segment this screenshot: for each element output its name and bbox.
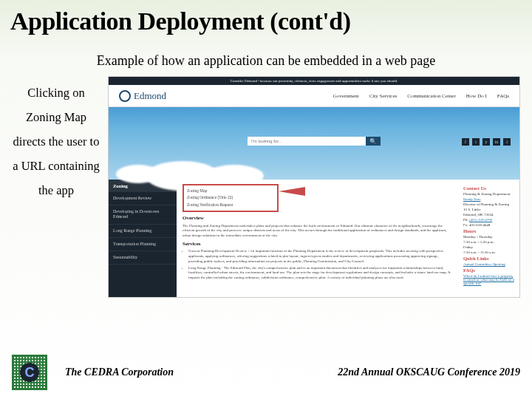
contact-dept: Planning & Zoning Department	[463, 192, 515, 196]
quick-link[interactable]: Annual Committee Opening	[463, 262, 505, 266]
sidebar-item[interactable]: Long Range Planning	[109, 225, 177, 238]
callout-arrow-icon	[279, 187, 305, 196]
sidebar-item[interactable]: Development Review	[109, 192, 177, 205]
contact-fax: 405-359-4648	[469, 223, 490, 227]
section-overview-heading: Overview	[183, 215, 453, 222]
dropdown-item-zoning-map[interactable]: Zoning Map	[187, 188, 274, 194]
site-banner: Consider Edmond - because our proximity,…	[109, 77, 519, 85]
faq-link[interactable]: When do I submit how a property is zoned…	[463, 274, 514, 285]
site-logo: Edmond	[119, 90, 166, 102]
zoning-dropdown: Zoning Map Zoning Ordinance (Title 22) Z…	[183, 184, 279, 212]
sidebar-item[interactable]: Sustainability	[109, 251, 177, 265]
hero-image: 🔍 f t y in i	[109, 107, 519, 180]
side-annotation: Clicking on Zoning Map directs the user …	[12, 76, 100, 298]
facebook-icon[interactable]: f	[462, 138, 469, 146]
nav-item[interactable]: FAQs	[497, 93, 509, 99]
service-item: Long Range Planning - The Edmond Plan, t…	[188, 266, 453, 281]
site-navbar: Edmond Government City Services Communic…	[109, 85, 519, 107]
section-services-heading: Services	[183, 241, 453, 248]
contact-sidebar: Contact Us Planning & Zoning Department …	[459, 180, 519, 298]
nav-item[interactable]: How Do I	[466, 93, 487, 99]
slide-title: Application Deployment (cont'd)	[0, 0, 532, 35]
slide-subtitle: Example of how an application can be emb…	[0, 35, 532, 76]
instagram-icon[interactable]: i	[503, 138, 511, 146]
footer-company: The CEDRA Corporation	[65, 366, 174, 378]
page-sidebar: Zoning Development Review Developing in …	[109, 180, 177, 298]
hours-header: Hours	[463, 228, 515, 233]
nav-item[interactable]: City Services	[369, 93, 398, 99]
logo-text: Edmond	[134, 90, 166, 102]
nav-item[interactable]: Communication Center	[407, 93, 456, 99]
nav-item[interactable]: Government	[333, 93, 359, 99]
nav-items: Government City Services Communication C…	[333, 93, 509, 99]
quicklinks-header: Quick Links	[463, 256, 515, 261]
logo-icon	[119, 90, 131, 102]
contact-name[interactable]: Randy Entz	[463, 197, 480, 201]
hours-line: 7:30 a.m. - 5:30 p.m.	[463, 240, 515, 244]
hours-line: 7:30 a.m. - 11:30 a.m.	[463, 250, 515, 254]
linkedin-icon[interactable]: in	[493, 138, 500, 146]
search-bar: 🔍	[248, 137, 381, 146]
dropdown-item[interactable]: Zoning Verification Request	[187, 202, 274, 208]
service-item: Current Planning/Development Review - An…	[188, 249, 453, 264]
search-input[interactable]	[248, 137, 366, 146]
dropdown-item[interactable]: Zoning Ordinance (Title 22)	[187, 194, 274, 201]
contact-title: Director of Planning & Zoning	[463, 202, 515, 206]
contact-phone[interactable]: (405) 359-4790	[469, 218, 492, 222]
hours-line: Monday - Thursday	[463, 235, 515, 239]
cedra-logo-icon	[12, 355, 47, 390]
contact-addr: 10 S. Littler	[463, 208, 515, 211]
slide-footer: The CEDRA Corporation 22nd Annual OKSCAU…	[12, 355, 520, 390]
hours-line: Friday	[463, 245, 515, 249]
overview-text: The Planning and Zoning Department under…	[183, 224, 453, 239]
faq-header: FAQs	[463, 267, 515, 273]
page-main: Zoning Map Zoning Ordinance (Title 22) Z…	[177, 180, 459, 298]
social-icons: f t y in i	[462, 138, 511, 146]
search-button[interactable]: 🔍	[366, 137, 381, 146]
footer-conference: 22nd Annual OKSCAUG Conference 2019	[338, 366, 520, 378]
sidebar-item[interactable]: Transportation Planning	[109, 238, 177, 251]
contact-header: Contact Us	[463, 185, 515, 191]
twitter-icon[interactable]: t	[472, 138, 480, 146]
youtube-icon[interactable]: y	[482, 138, 490, 146]
sidebar-item[interactable]: Developing in Downtown Edmond	[109, 205, 177, 224]
contact-addr: Edmond, OK 73034	[463, 213, 515, 216]
embedded-screenshot: Consider Edmond - because our proximity,…	[108, 76, 520, 298]
